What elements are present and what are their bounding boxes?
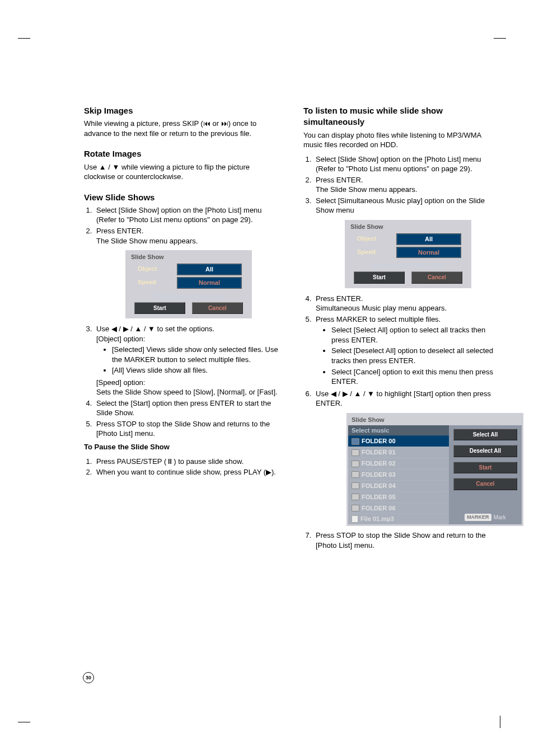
cancel-button: Cancel	[192, 302, 243, 314]
step: Select the [Start] option then press ENT…	[94, 398, 281, 418]
step: Press MARKER to select multiple files. S…	[313, 314, 500, 387]
crop-mark-icon	[18, 706, 40, 728]
step: Use ◀ / ▶ / ▲ / ▼ to highlight [Start] o…	[313, 389, 500, 527]
deselect-all-button: Deselect All	[453, 445, 517, 457]
object-label: Object	[135, 264, 174, 275]
step-text: Press ENTER.	[316, 294, 363, 303]
step: Select [Slide Show] option on the [Photo…	[313, 154, 500, 174]
list-item-label: FOLDER 02	[362, 459, 396, 468]
step: Use ◀ / ▶ / ▲ / ▼ to set the options. [O…	[94, 324, 281, 397]
marker-tag: MARKER	[465, 514, 491, 520]
speed-value: Normal	[177, 277, 242, 289]
list-item-label: FOLDER 01	[362, 448, 396, 457]
list-item-label: File 01.mp3	[360, 515, 394, 523]
menu-title: Slide Show	[348, 415, 522, 425]
file-icon	[352, 515, 358, 523]
list-item-label: FOLDER 06	[362, 504, 396, 513]
step: Press STOP to stop the Slide Show and re…	[94, 419, 281, 439]
step: When you want to continue slide show, pr…	[94, 467, 281, 477]
step: Press PAUSE/STEP (⏸) to pause slide show…	[94, 457, 281, 467]
folder-icon	[352, 482, 359, 489]
folder-icon	[352, 438, 359, 445]
step-text: Select [Simultaneous Music play] option …	[316, 196, 485, 215]
step: Press ENTER. The Slide Show menu appears…	[313, 175, 500, 195]
speed-label: Speed	[135, 277, 174, 289]
heading-view-slide-shows: View Slide Shows	[84, 192, 281, 203]
crop-mark-icon	[18, 32, 40, 55]
bullet: [Selected] Views slide show only selecte…	[112, 345, 281, 364]
step-text: Sets the Slide Show speed to [Slow], [No…	[96, 387, 281, 397]
step-text: The Slide Show menu appears.	[316, 185, 417, 194]
select-music-menu: Slide Show Select music FOLDER 00	[346, 413, 523, 526]
object-value: All	[396, 233, 461, 245]
step-text: Simultaneous Music play menu appears.	[316, 304, 447, 312]
folder-icon	[352, 471, 359, 478]
list-item: FOLDER 05	[348, 491, 449, 503]
start-button: Start	[134, 302, 185, 314]
simultaneous-music-link: Simultaneous Music play	[130, 292, 247, 300]
cancel-button: Cancel	[411, 271, 462, 284]
crop-mark-icon	[484, 32, 506, 55]
bullet: [All] Views slide show all files.	[112, 365, 281, 375]
list-item: FOLDER 03	[348, 469, 449, 480]
step-text: Press ENTER.	[96, 227, 144, 235]
heading-skip-images: Skip Images	[84, 105, 281, 116]
list-item-label: FOLDER 03	[362, 471, 396, 479]
paragraph: While viewing a picture, press SKIP (⏮ o…	[84, 119, 281, 138]
object-value: All	[177, 264, 242, 275]
crop-mark-icon	[484, 706, 506, 728]
heading-listen-music: To listen to music while slide show simu…	[303, 105, 500, 128]
bullet: Select [Select All] option to select all…	[331, 325, 500, 345]
slide-show-menu: Slide Show Object All Speed Normal Simul…	[345, 220, 471, 288]
side-buttons: Select All Deselect All Start Cancel MAR…	[449, 425, 522, 525]
list-header: Select music	[348, 425, 449, 436]
option-label: [Object] option:	[96, 334, 281, 344]
speed-value: Normal	[396, 247, 461, 259]
folder-icon	[352, 494, 359, 500]
list-item-label: FOLDER 04	[362, 482, 396, 490]
list-item: FOLDER 00	[348, 435, 449, 447]
step-text: The Slide Show menu appears.	[96, 237, 198, 245]
option-label: [Speed] option:	[96, 378, 281, 388]
step: Press ENTER. Simultaneous Music play men…	[313, 294, 500, 313]
heading-pause-slide-show: To Pause the Slide Show	[84, 442, 281, 452]
list-item: FOLDER 02	[348, 458, 449, 469]
step-text: Press ENTER.	[316, 176, 363, 184]
list-item: FOLDER 06	[348, 503, 449, 514]
step: Press STOP to stop the Slide Show and re…	[313, 530, 500, 550]
list-item: FOLDER 04	[348, 480, 449, 491]
list-item-label: FOLDER 00	[362, 437, 396, 445]
bullet: Select [Deselect All] option to deselect…	[331, 346, 500, 365]
step-text: Use ◀ / ▶ / ▲ / ▼ to set the options.	[96, 325, 214, 333]
list-item: FOLDER 01	[348, 447, 449, 458]
slide-show-menu: Slide Show Object All Speed Normal Simul…	[125, 250, 252, 318]
step: Press ENTER. The Slide Show menu appears…	[94, 226, 281, 318]
start-button: Start	[354, 271, 405, 284]
select-all-button: Select All	[453, 429, 517, 441]
menu-title: Slide Show	[131, 253, 246, 261]
page-number: 30	[83, 672, 94, 683]
step-text: Use ◀ / ▶ / ▲ / ▼ to highlight [Start] o…	[316, 389, 491, 408]
folder-icon	[352, 449, 359, 456]
marker-hint: MARKER Mark	[453, 514, 517, 522]
heading-rotate-images: Rotate Images	[84, 148, 281, 159]
step: Select [Simultaneous Music play] option …	[313, 196, 500, 288]
folder-icon	[352, 461, 359, 467]
folder-icon	[352, 505, 359, 511]
paragraph: Use ▲ / ▼ while viewing a picture to fli…	[84, 162, 281, 182]
list-item-label: FOLDER 05	[362, 493, 396, 501]
paragraph: You can display photo files while listen…	[303, 130, 500, 150]
speed-label: Speed	[355, 247, 393, 259]
bullet: Select [Cancel] option to exit this menu…	[331, 367, 500, 387]
right-column: To listen to music while slide show simu…	[303, 95, 500, 553]
menu-title: Slide Show	[350, 223, 466, 231]
start-button: Start	[453, 462, 517, 474]
object-label: Object	[355, 233, 393, 245]
cancel-button: Cancel	[453, 478, 517, 490]
step-text: Press MARKER to select multiple files.	[316, 315, 441, 323]
simultaneous-music-link: Simultaneous Music play	[349, 261, 467, 270]
marker-text: Mark	[494, 514, 506, 522]
list-item: File 01.mp3	[348, 513, 449, 524]
step: Select [Slide Show] option on the [Photo…	[94, 205, 281, 225]
folder-list: Select music FOLDER 00 FOLDER 01	[348, 425, 449, 525]
